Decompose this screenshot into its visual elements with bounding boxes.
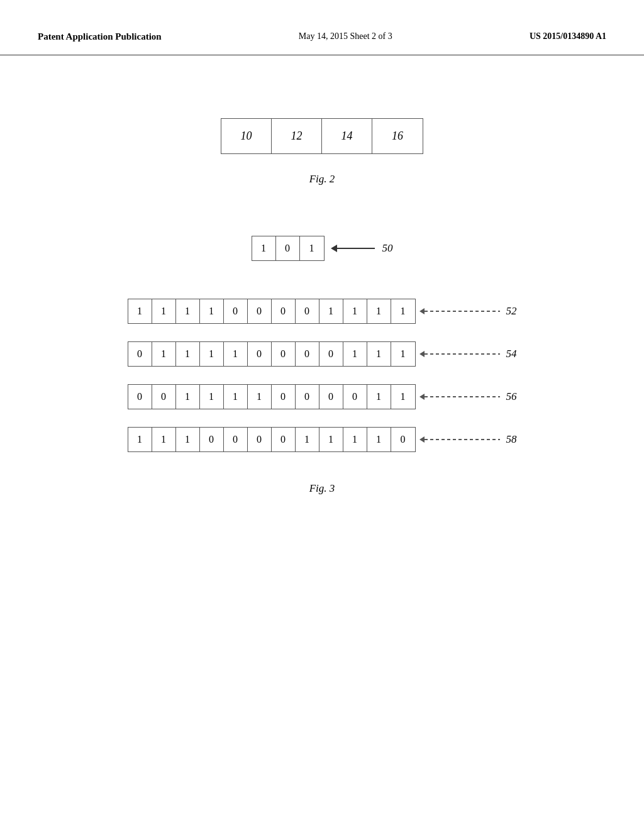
seq50-label: 50 [382,242,393,255]
seq54-cell-2: 1 [176,342,200,366]
arrow-head-icon [419,308,425,314]
seq54-cell-10: 1 [367,342,391,366]
seq52-arrow-line [425,311,500,312]
seq52-arrow [419,308,500,314]
seq54-cell-9: 1 [343,342,367,366]
seq52-cell-6: 0 [272,299,296,323]
seq58-arrow-line [425,439,500,440]
header-right-label: US 2015/0134890 A1 [530,31,606,42]
seq58-cell-7: 1 [296,428,319,451]
seq58-cell-2: 1 [176,428,200,451]
seq52-cell-4: 0 [224,299,248,323]
seq58-cell-1: 1 [152,428,176,451]
seq56-cell-10: 1 [367,385,391,409]
seq52-cell-8: 1 [319,299,343,323]
seq52-cell-11: 1 [391,299,415,323]
seq58-cell-11: 0 [391,428,415,451]
seq50-cell-1: 0 [276,236,300,260]
seq54-label: 54 [506,348,517,360]
seq56-cell-0: 0 [128,385,152,409]
fig2-cell-0: 10 [221,119,272,153]
seq54-cell-3: 1 [200,342,224,366]
seq58-label: 58 [506,433,517,446]
seq56-cell-1: 0 [152,385,176,409]
seq58-cell-3: 0 [200,428,224,451]
seq54-arrow [419,351,500,357]
seq56-cell-9: 0 [343,385,367,409]
seq56-cell-3: 1 [200,385,224,409]
fig2-label: Fig. 2 [309,173,335,185]
seq58-cell-5: 0 [248,428,272,451]
fig2-cell-1: 12 [272,119,322,153]
seq54-cell-11: 1 [391,342,415,366]
seq54-cell-1: 1 [152,342,176,366]
seq56-cell-2: 1 [176,385,200,409]
seq56-array: 001111000011 [128,384,416,409]
seq50-array: 101 [252,236,325,261]
seq52-array: 111100001111 [128,299,416,324]
seq54-cell-5: 0 [248,342,272,366]
arrow-head-icon [419,394,425,400]
arrow-head-icon [419,351,425,357]
seq56-cell-5: 1 [248,385,272,409]
seq54-container: 01111000011154 [128,341,517,367]
seq56-cell-7: 0 [296,385,319,409]
arrow-head-left-icon [331,245,337,252]
seq52-cell-0: 1 [128,299,152,323]
seq56-container: 00111100001156 [128,384,517,409]
seq50-arrow-line [337,248,375,249]
seq58-array: 111000011110 [128,427,416,452]
seq52-cell-9: 1 [343,299,367,323]
seq52-container: 11110000111152 [128,299,517,324]
arrow-head-icon [419,436,425,443]
seq52-cell-1: 1 [152,299,176,323]
seq56-label: 56 [506,390,517,403]
fig2-cell-2: 14 [322,119,372,153]
page: Patent Application Publication May 14, 2… [0,0,644,830]
fig2-cell-3: 16 [372,119,423,153]
seq52-cell-2: 1 [176,299,200,323]
seq54-array: 011110000111 [128,341,416,367]
seq58-cell-8: 1 [319,428,343,451]
seq58-cell-4: 0 [224,428,248,451]
seq58-cell-6: 0 [272,428,296,451]
seq52-label: 52 [506,305,517,318]
header: Patent Application Publication May 14, 2… [0,0,644,55]
seq54-cell-6: 0 [272,342,296,366]
seq58-cell-9: 1 [343,428,367,451]
seq56-cell-8: 0 [319,385,343,409]
fig2-array: 10121416 [221,118,423,154]
seq52-cell-3: 1 [200,299,224,323]
seq54-cell-0: 0 [128,342,152,366]
seq50-container: 101 50 [252,236,393,261]
seq54-cell-7: 0 [296,342,319,366]
seq56-cell-4: 1 [224,385,248,409]
seq54-cell-4: 1 [224,342,248,366]
seq50-cell-2: 1 [300,236,324,260]
large-sequences-container: 1111000011115201111000011154001111000011… [128,299,517,470]
seq52-cell-7: 0 [296,299,319,323]
seq58-cell-0: 1 [128,428,152,451]
seq52-cell-10: 1 [367,299,391,323]
seq50-arrow [331,245,375,252]
seq56-cell-11: 1 [391,385,415,409]
seq54-cell-8: 0 [319,342,343,366]
seq58-container: 11100001111058 [128,427,517,452]
fig3-label: Fig. 3 [309,482,335,495]
fig2-section: 10121416 Fig. 2 [221,118,423,185]
seq58-arrow [419,436,500,443]
seq56-cell-6: 0 [272,385,296,409]
seq54-arrow-line [425,353,500,355]
seq58-cell-10: 1 [367,428,391,451]
seq56-arrow [419,394,500,400]
header-center-label: May 14, 2015 Sheet 2 of 3 [299,31,392,42]
header-left-label: Patent Application Publication [38,31,162,42]
seq56-arrow-line [425,396,500,397]
seq50-cell-0: 1 [252,236,276,260]
main-content: 10121416 Fig. 2 101 50 11110000111152011… [0,55,644,520]
seq52-cell-5: 0 [248,299,272,323]
fig3-section: 101 50 111100001111520111100001115400111… [38,236,606,495]
